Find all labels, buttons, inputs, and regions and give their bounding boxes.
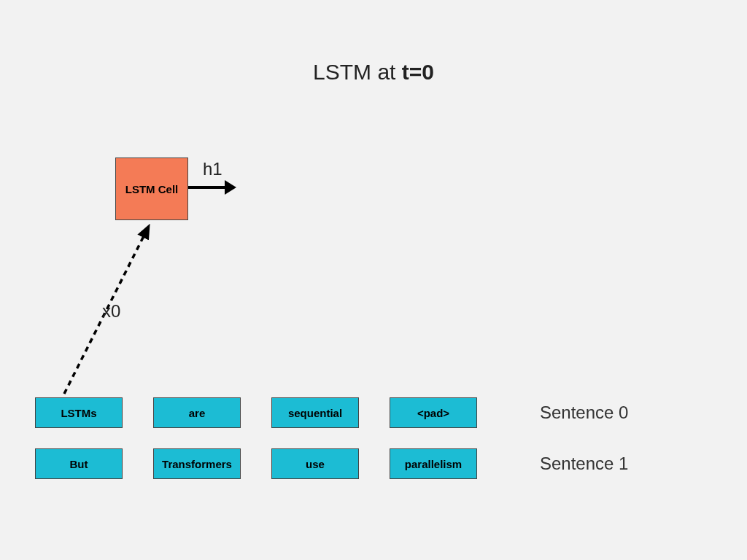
token-box: LSTMs	[35, 397, 123, 428]
sentence-1-row: But Transformers use parallelism	[35, 448, 477, 479]
token-text: parallelism	[405, 458, 462, 470]
title-prefix: LSTM at	[313, 60, 402, 84]
lstm-cell-label: LSTM Cell	[125, 183, 179, 195]
sentence-0-row: LSTMs are sequential <pad>	[35, 397, 477, 428]
lstm-cell-box: LSTM Cell	[115, 158, 188, 220]
token-box: use	[271, 448, 359, 479]
h1-label: h1	[203, 159, 222, 179]
h1-arrow-line	[188, 186, 228, 189]
token-box: <pad>	[390, 397, 477, 428]
x0-label: x0	[102, 301, 120, 322]
token-text: LSTMs	[61, 407, 96, 419]
token-box: Transformers	[153, 448, 241, 479]
token-text: <pad>	[417, 407, 449, 419]
token-text: are	[189, 407, 206, 419]
title-timestep: t=0	[402, 60, 434, 84]
token-box: parallelism	[390, 448, 477, 479]
sentence-0-label: Sentence 0	[540, 402, 628, 423]
token-box: sequential	[271, 397, 359, 428]
token-box: are	[153, 397, 241, 428]
h1-arrow-head	[225, 180, 236, 195]
sentence-1-label: Sentence 1	[540, 454, 628, 474]
token-text: sequential	[288, 407, 342, 419]
token-text: use	[306, 458, 325, 470]
token-box: But	[35, 448, 123, 479]
token-text: Transformers	[162, 458, 232, 470]
diagram-title: LSTM at t=0	[0, 60, 747, 85]
token-text: But	[70, 458, 88, 470]
